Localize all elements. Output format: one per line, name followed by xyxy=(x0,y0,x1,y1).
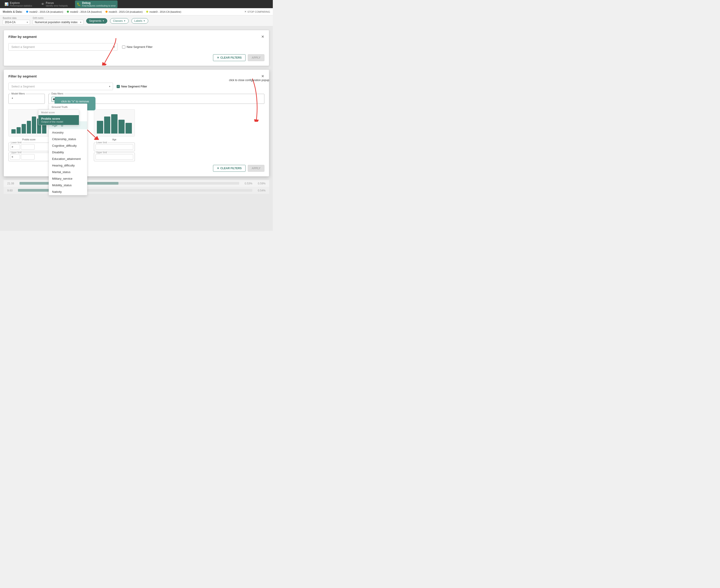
main-content: Filter by segment ✕ Select a Segment New… xyxy=(0,26,273,231)
age-upper-limit-input[interactable] xyxy=(96,154,133,160)
filter-panel-2: Filter by segment ✕ Select a Segment ▼ ✓… xyxy=(4,69,269,176)
age-bar-5 xyxy=(125,123,132,133)
model-dot-3 xyxy=(105,11,107,13)
filters-row: Model filters ▲ Model score Probits scor… xyxy=(8,94,264,104)
new-segment-filter-1[interactable]: New Segment Filter xyxy=(122,45,153,48)
lower-limit-box: Lower limit >< xyxy=(8,143,49,151)
dropdown-hearing[interactable]: Hearing_difficulty xyxy=(49,162,87,169)
drift-metric-select[interactable]: Numerical population stability index xyxy=(33,20,83,25)
lower-limit-inputs: >< xyxy=(10,144,48,150)
dropdown-education[interactable]: Education_attainment xyxy=(49,155,87,162)
filter-panel-1-title: Filter by segment xyxy=(8,35,264,39)
model-filters-group: Model filters ▲ Model score Probits scor… xyxy=(8,94,45,104)
dropdown-citizenship[interactable]: Citizenship_status xyxy=(49,136,87,142)
filter-row-1: Select a Segment New Segment Filter xyxy=(8,43,264,51)
bug-icon: 🐛 xyxy=(77,2,81,6)
nav-explore-sub: Performance statistics xyxy=(10,4,32,7)
filter-actions-2: ✕ CLEAR FILTERS APPLY xyxy=(8,165,264,172)
baseline-data-select[interactable]: 2014-CA xyxy=(3,20,30,25)
dropdown-nativity[interactable]: Nativity xyxy=(49,189,87,195)
new-segment-label-2: New Segment Filter xyxy=(121,85,147,88)
lower-limit-input[interactable] xyxy=(21,144,35,150)
model-name-1: model2 - 2015-CA (evaluation) xyxy=(29,10,63,13)
model-filters-content: ▲ xyxy=(12,96,42,99)
nav-explore[interactable]: 📊 Explore Performance statistics xyxy=(3,0,34,8)
probits-score-item[interactable]: Probits score Output of the model xyxy=(38,115,79,125)
segment-select-1[interactable]: Select a Segment xyxy=(8,43,118,51)
age-limits: Lower limit Upper limit xyxy=(94,143,135,161)
filter-panel-1-close[interactable]: ✕ xyxy=(260,34,265,39)
ground-truth-header: Ground Truth xyxy=(49,104,87,109)
clear-filters-btn-1[interactable]: ✕ CLEAR FILTERS xyxy=(213,54,245,61)
apply-btn-1[interactable]: APPLY xyxy=(248,54,264,61)
new-segment-checkbox-1[interactable] xyxy=(122,45,125,48)
age-bar-4 xyxy=(118,120,125,133)
tab-segments-label: Segments xyxy=(89,19,101,22)
bar-5 xyxy=(32,117,36,133)
models-bar-label: Models & Data: xyxy=(3,10,22,14)
age-lower-limit-box: Lower limit xyxy=(94,143,135,151)
segment-select-2[interactable]: Select a Segment xyxy=(8,83,113,90)
models-bar: Models & Data: model2 - 2015-CA (evaluat… xyxy=(0,8,273,16)
filter-actions-1: ✕ CLEAR FILTERS APPLY xyxy=(8,54,264,61)
model-name-4: model3 - 2014-CA (baseline) xyxy=(149,10,181,13)
nav-explore-title: Explore xyxy=(10,1,32,4)
dropdown-marital[interactable]: Marital_status xyxy=(49,169,87,175)
age-chart-area: Age Lower limit Upper limit xyxy=(94,107,135,161)
filter-panel-2-title: Filter by segment xyxy=(8,74,264,78)
bg-row-1: 21.08 0.53% 0.59% xyxy=(4,180,269,187)
clear-filters-btn-2[interactable]: ✕ CLEAR FILTERS xyxy=(213,165,245,172)
tab-segments[interactable]: Segments ▼ xyxy=(86,18,107,24)
dropdown-military[interactable]: Military_service xyxy=(49,175,87,182)
upper-limit-input[interactable] xyxy=(21,154,35,160)
dropdown-cognitive[interactable]: Cognitive_difficulty xyxy=(49,142,87,149)
classes-caret-icon: ▼ xyxy=(124,20,126,22)
chart-icon: 📊 xyxy=(4,2,8,6)
bar-3 xyxy=(22,124,26,133)
probits-chart-label: Probits score xyxy=(8,138,49,141)
nav-focus-sub: Identify error hotspots xyxy=(46,4,68,7)
stop-comparing-btn[interactable]: ✕ STOP COMPARING xyxy=(244,10,270,13)
upper-op-select[interactable]: <> xyxy=(10,154,20,160)
nav-focus-title: Focus xyxy=(46,1,68,4)
data-filters-label: Data filters xyxy=(51,92,64,95)
dropdown-ancestry[interactable]: Ancestry xyxy=(49,129,87,136)
model-dot-2 xyxy=(67,11,69,13)
apply-btn-2[interactable]: APPLY xyxy=(248,165,264,172)
bar-2 xyxy=(17,127,21,133)
bg-row-2: 9.60 0.54% xyxy=(4,187,269,194)
close-icon: ✕ xyxy=(244,10,246,13)
tab-classes[interactable]: Classes ▼ xyxy=(110,18,129,24)
age-lower-limit-input[interactable] xyxy=(96,144,133,150)
bar-1 xyxy=(12,129,16,133)
model-dot-1 xyxy=(26,11,28,13)
baseline-data-control: Baseline data 2014-CA xyxy=(3,17,30,25)
stop-comparing-label: STOP COMPARING xyxy=(247,10,270,13)
tab-labels-label: Labels xyxy=(134,19,142,22)
probits-limits: Lower limit >< Upper limit xyxy=(8,143,49,161)
dropdown-mobility[interactable]: Mobility_status xyxy=(49,182,87,189)
nav-focus[interactable]: 👁 Focus Identify error hotspots xyxy=(39,0,69,8)
age-upper-limit-label: Upper limit xyxy=(96,151,108,154)
lower-op-select[interactable]: >< xyxy=(10,144,20,150)
model-score-dropdown: Model score Probits score Output of the … xyxy=(38,109,79,125)
caret-up-icon[interactable]: ▲ xyxy=(12,97,14,99)
age-chart xyxy=(94,109,135,136)
nav-debug-sub: Find features contributing to error xyxy=(82,4,116,7)
age-bar-3 xyxy=(111,114,118,133)
bar-4 xyxy=(27,121,31,133)
checked-box: ✓ xyxy=(117,85,120,88)
model-tag-2: model2 - 2014-CA (baseline) xyxy=(67,10,102,13)
nav-debug[interactable]: 🐛 Debug Find features contributing to er… xyxy=(75,0,118,8)
tab-labels[interactable]: Labels ▼ xyxy=(132,18,148,24)
new-segment-filter-2[interactable]: ✓ New Segment Filter xyxy=(117,85,147,88)
new-segment-label-1: New Segment Filter xyxy=(127,45,153,48)
drift-metric-control: Drift metric Numerical population stabil… xyxy=(33,17,83,25)
filter-panel-2-close[interactable]: ✕ xyxy=(260,74,265,79)
drift-metric-wrapper: Numerical population stability index xyxy=(33,20,83,25)
filter-panel-1: Filter by segment ✕ Select a Segment New… xyxy=(4,30,269,66)
drift-metric-label: Drift metric xyxy=(33,17,83,19)
dropdown-disability[interactable]: Disability xyxy=(49,149,87,155)
segment-row-2: Select a Segment ▼ ✓ New Segment Filter xyxy=(8,83,264,90)
nav-debug-title: Debug xyxy=(82,1,116,4)
